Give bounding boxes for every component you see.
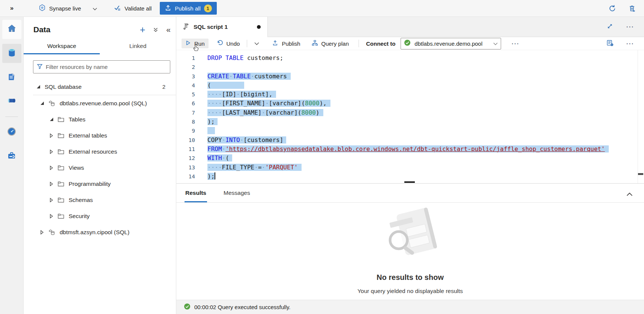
folder-icon [58,133,64,138]
nav-develop[interactable] [2,68,21,87]
selection-highlight: ····FILE_TYPE·=·'PARQUET' [207,164,302,171]
tree-item-views[interactable]: Views [24,160,176,176]
tree-item-dbtmsft-azsyn-cipool-sql[interactable]: dbtmsft.azsyn.cipool (SQL) [24,224,176,240]
toolbar-more-options[interactable]: ··· [512,40,519,47]
publish-all-button[interactable]: Publish all 1 [160,2,216,15]
validate-all-button[interactable]: Validate all [114,4,152,13]
environment-switcher[interactable]: Synapse live [39,4,97,12]
tree-item-schemas[interactable]: Schemas [24,192,176,208]
filter-input[interactable] [46,64,167,70]
tree-item-sql-database[interactable]: SQL database2 [24,79,176,95]
line-content: COPY·INTO·[customers] [195,136,286,145]
collapse-results-chevron-icon[interactable] [626,192,633,196]
code-line-10[interactable]: 10COPY·INTO·[customers] [176,136,644,145]
selection-highlight: ); [207,118,218,125]
editor-toolbar: Run Undo Publish [176,37,644,50]
nav-integrate[interactable] [2,92,21,111]
collapsed-twisty-icon[interactable] [50,182,58,186]
code-line-5[interactable]: 5····[ID]·[bigint], [176,90,644,99]
run-label: Run [194,40,205,47]
tab-sql-script-1[interactable]: SQL script 1 [176,17,268,37]
collapsed-twisty-icon[interactable] [50,133,58,138]
nav-home[interactable] [2,20,21,39]
expanded-twisty-icon[interactable] [36,85,45,89]
line-content: WITH·( [195,154,232,163]
expanded-twisty-icon[interactable] [50,117,58,121]
query-status-bar: 00:00:02 Query executed successfully. [176,300,644,314]
tree-item-programmability[interactable]: Programmability [24,176,176,192]
line-number: 10 [176,136,195,145]
query-plan-button[interactable]: Query plan [308,38,353,49]
code-line-2[interactable]: 2 [176,63,644,72]
code-line-13[interactable]: 13····FILE_TYPE·=·'PARQUET' [176,163,644,172]
line-content: CREATE·TABLE·customers [195,72,291,81]
line-number: 6 [176,99,195,108]
tree-item-label: SQL database [45,84,82,90]
code-line-7[interactable]: 7····[LAST_NAME]·[varchar](8000) [176,108,644,117]
code-line-1[interactable]: 1DROP TABLE customers; [176,54,644,63]
tree-item-count: 2 [162,84,176,90]
sql-code-editor[interactable]: 1DROP TABLE customers;23CREATE·TABLE·cus… [176,50,644,183]
tree-item-label: Views [69,164,84,171]
undo-button[interactable]: Undo [213,38,244,49]
tab-results[interactable]: Results [185,185,207,202]
refresh-icon[interactable] [608,4,616,12]
code-line-9[interactable]: 9 [176,126,644,135]
line-content: ····[ID]·[bigint], [195,90,276,99]
collapsed-twisty-icon[interactable] [40,230,48,235]
tab-workspace[interactable]: Workspace [24,39,100,54]
results-splitter-handle[interactable] [404,181,415,183]
connection-dropdown[interactable]: dbtlabs.revenue.demo.pool [401,38,501,49]
publish-all-label: Publish all [175,5,200,12]
filter-funnel-icon [37,63,43,71]
editor-more-options[interactable]: ··· [626,40,634,47]
run-options-chevron[interactable] [251,40,263,47]
code-line-8[interactable]: 8); [176,117,644,126]
publish-button[interactable]: Publish [268,38,304,49]
tree-item-external-resources[interactable]: External resources [24,144,176,160]
code-line-3[interactable]: 3CREATE·TABLE·customers [176,72,644,81]
double-chevron-down-icon[interactable] [153,27,158,33]
scrollbar-track[interactable] [638,50,638,183]
nav-monitor[interactable] [2,123,21,142]
tree-item-security[interactable]: Security [24,208,176,224]
publish-label: Publish [282,40,300,47]
collapsed-twisty-icon[interactable] [50,166,58,170]
selection-highlight [207,127,215,134]
properties-icon[interactable] [606,39,614,48]
nav-manage[interactable] [2,147,21,166]
synapse-studio-window: » Synapse live Validate all [0,0,644,314]
tree-item-label: External resources [69,148,117,155]
top-header: » Synapse live Validate all [0,0,644,17]
code-line-11[interactable]: 11FROM·'https://dbtlabsynapsedatalake.bl… [176,145,644,154]
nav-data[interactable] [2,44,21,63]
collapsed-twisty-icon[interactable] [50,214,58,218]
status-message: 00:00:02 Query executed successfully. [194,304,291,310]
selection-highlight: FROM·'https://dbtlabsynapsedatalake.blob… [207,145,609,153]
tree-item-tables[interactable]: Tables [24,111,176,127]
tree-item-external-tables[interactable]: External tables [24,127,176,144]
manage-icon [7,151,17,162]
tree-item-dbtlabs-revenue-demo-pool-sql[interactable]: dbtlabs.revenue.demo.pool (SQL) [24,95,176,111]
connection-status-icon [404,39,411,48]
collapsed-twisty-icon[interactable] [50,198,58,202]
collapse-panel-icon[interactable]: « [166,27,171,33]
code-line-6[interactable]: 6····[FIRST_NAME]·[varchar](8000), [176,99,644,108]
line-number: 4 [176,81,195,90]
tab-more-options[interactable]: ··· [626,24,634,30]
code-line-14[interactable]: 14); [176,172,644,181]
expanded-twisty-icon[interactable] [40,101,48,105]
collapsed-twisty-icon[interactable] [50,150,58,154]
add-resource-icon[interactable]: + [140,26,146,33]
tab-messages[interactable]: Messages [223,185,251,202]
expand-menu-icon[interactable]: » [0,4,24,12]
tab-linked[interactable]: Linked [100,39,176,54]
code-line-12[interactable]: 12WITH·( [176,154,644,163]
run-button[interactable]: Run [182,39,209,48]
discard-trash-icon[interactable] [628,4,636,12]
sql-pool-icon [48,100,55,107]
code-line-4[interactable]: 4( [176,81,644,90]
expand-editor-icon[interactable] [607,23,613,31]
rail-divider [5,117,18,117]
selection-highlight: ); [207,173,215,180]
